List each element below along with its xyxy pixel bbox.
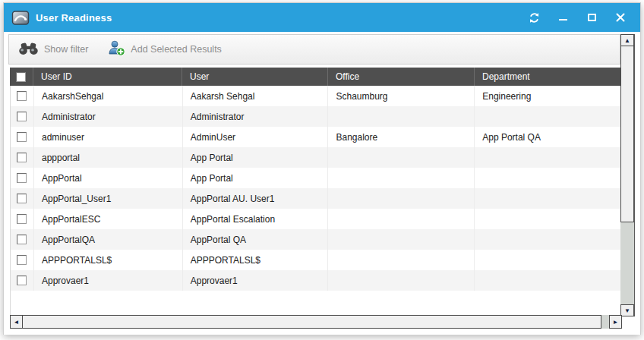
column-header-user[interactable]: User [182,68,327,86]
row-checkbox-cell [11,86,33,106]
cell-user: AdminUser [182,127,328,147]
cell-user-id: AppPortal_User1 [33,188,182,209]
cell-office [327,250,474,270]
vertical-scrollbar[interactable]: ▲ ▼ [620,34,635,316]
cell-office: Bangalore [327,127,474,147]
row-checkbox-cell [11,270,33,291]
row-checkbox-cell [11,229,33,250]
table-row[interactable]: APPPORTALSL$ APPPORTALSL$ [11,250,622,270]
grid-header: User ID User Office Department [10,68,622,86]
scroll-left-icon[interactable]: ◄ [10,315,23,329]
row-checkbox[interactable] [17,214,27,224]
cell-department [474,209,622,229]
cell-user-id: appportal [33,147,182,168]
cell-user-id: adminuser [33,127,182,147]
select-all-header-cell [10,68,33,86]
row-checkbox[interactable] [17,194,27,203]
table-row[interactable]: AakarshSehgal Aakarsh Sehgal Schaumburg … [11,86,622,106]
cell-department [474,188,622,209]
cell-user-id: APPPORTALSL$ [33,250,182,270]
row-checkbox[interactable] [17,153,27,162]
maximize-icon[interactable] [586,11,598,24]
cell-department [474,270,622,291]
cell-user-id: Administrator [33,106,182,127]
cell-user: Aakarsh Sehgal [182,86,328,106]
column-header-user-id[interactable]: User ID [33,68,182,86]
vertical-scroll-thumb[interactable] [620,46,634,222]
cell-office [327,229,474,250]
cell-office [327,188,474,209]
column-header-office[interactable]: Office [327,68,474,86]
vertical-scroll-track[interactable] [620,222,634,304]
column-header-department[interactable]: Department [474,68,622,86]
show-filter-button[interactable]: Show filter [18,41,88,58]
toolbar: Show filter Add Selected Results [8,34,620,65]
cell-department: Engineering [474,86,622,106]
grid-empty-area [10,291,622,315]
row-checkbox-cell [11,209,33,229]
row-checkbox[interactable] [17,112,27,121]
horizontal-scroll-thumb[interactable] [23,315,601,329]
row-checkbox[interactable] [17,235,27,244]
scroll-up-icon[interactable]: ▲ [620,34,634,46]
scroll-down-icon[interactable]: ▼ [620,304,634,316]
cell-user: AppPortal Escalation [182,209,328,229]
binoculars-icon [18,41,39,58]
add-selected-results-label: Add Selected Results [131,44,222,55]
show-filter-label: Show filter [44,44,88,55]
cell-user-id: AakarshSehgal [33,86,182,106]
row-checkbox-cell [11,127,33,147]
cell-office [327,106,474,127]
cell-user: Approvaer1 [182,270,328,291]
cell-department [474,250,622,270]
cell-user-id: Approvaer1 [33,270,182,291]
cell-department: App Portal QA [474,127,622,147]
table-row[interactable]: adminuser AdminUser Bangalore App Portal… [11,127,622,147]
cell-office [327,209,474,229]
scroll-right-icon[interactable]: ► [609,315,622,329]
cell-user: App Portal [182,147,328,168]
cell-user: Administrator [182,106,328,127]
row-checkbox-cell [11,188,33,209]
cell-department [474,229,622,250]
horizontal-scrollbar[interactable]: ◄ ► [10,315,622,329]
cell-user: AppPortal AU. User1 [182,188,328,209]
cell-office [327,168,474,188]
row-checkbox-cell [11,147,33,168]
row-checkbox[interactable] [17,91,27,101]
window-title: User Readiness [36,12,112,24]
row-checkbox[interactable] [17,132,27,142]
table-row[interactable]: AppPortal_User1 AppPortal AU. User1 [11,188,622,209]
cell-user: APPPORTALSL$ [182,250,328,270]
row-checkbox-cell [11,250,33,270]
cell-user-id: AppPortal [33,168,182,188]
table-row[interactable]: AppPortal App Portal [11,168,622,188]
close-icon[interactable] [614,11,627,24]
table-row[interactable]: Approvaer1 Approvaer1 [11,270,622,291]
table-row[interactable]: AppPortalQA AppPortal QA [11,229,622,250]
cell-user: AppPortal QA [182,229,328,250]
window-content: Show filter Add Selected Results [4,32,640,335]
row-checkbox[interactable] [17,255,27,265]
select-all-checkbox[interactable] [16,72,26,82]
minimize-icon[interactable] [557,11,569,24]
refresh-icon[interactable] [528,11,540,24]
add-user-icon [108,40,125,59]
horizontal-scroll-track[interactable] [601,315,609,329]
titlebar-controls [528,11,633,24]
titlebar: User Readiness [4,3,640,32]
cell-department [474,168,622,188]
table-row[interactable]: Administrator Administrator [11,106,622,127]
cell-office [327,147,474,168]
table-row[interactable]: appportal App Portal [11,147,622,168]
row-checkbox[interactable] [17,275,27,285]
cell-department [474,106,622,127]
table-row[interactable]: AppPortalESC AppPortal Escalation [11,209,622,229]
cell-user-id: AppPortalQA [33,229,182,250]
row-checkbox[interactable] [17,173,27,183]
cell-office: Schaumburg [327,86,474,106]
cell-office [327,270,474,291]
cell-user: App Portal [182,168,328,188]
app-icon [11,10,30,26]
add-selected-results-button[interactable]: Add Selected Results [108,40,222,59]
